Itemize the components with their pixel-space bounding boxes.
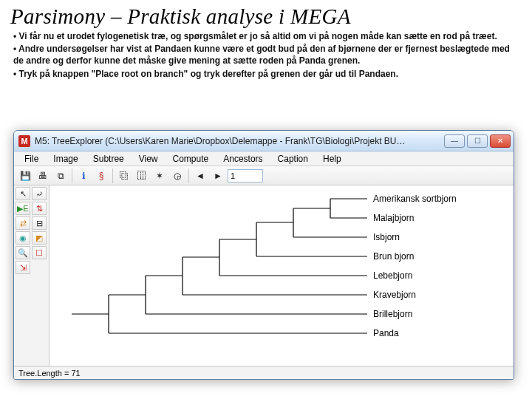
menu-image[interactable]: Image: [46, 152, 85, 166]
tree-radial-icon[interactable]: ✶: [151, 168, 168, 183]
highlight-tool-icon[interactable]: ◩: [32, 231, 47, 245]
menu-help[interactable]: Help: [316, 152, 349, 166]
leaf-label[interactable]: Amerikansk sortbjorn: [373, 194, 457, 204]
menu-ancestors[interactable]: Ancestors: [216, 152, 270, 166]
tree-canvas[interactable]: Amerikansk sortbjorn Malajbjorn Isbjorn …: [50, 185, 514, 366]
find-tool-icon[interactable]: 🔍: [16, 246, 30, 259]
arrow-tool-icon[interactable]: ↖: [16, 187, 30, 200]
prev-tree-icon[interactable]: ◄: [192, 168, 208, 183]
leaf-label[interactable]: Brun bjorn: [373, 251, 414, 262]
leaf-label[interactable]: Lebebjorn: [373, 270, 412, 281]
slide-body: • Vi får nu et urodet fylogenetisk træ, …: [0, 29, 532, 85]
save-icon[interactable]: 💾: [17, 168, 33, 183]
maximize-button[interactable]: ☐: [467, 134, 488, 148]
toolbar-separator: [72, 168, 72, 183]
root-tool-icon[interactable]: ▶E: [16, 202, 30, 215]
leaf-label[interactable]: Kravebjorn: [373, 290, 416, 300]
minimize-button[interactable]: —: [444, 134, 465, 148]
window-title: M5: TreeExplorer (C:\Users\Karen Marie\D…: [35, 136, 444, 146]
marker-tool-icon[interactable]: ◉: [16, 231, 30, 245]
flip-tool-icon[interactable]: ⇅: [32, 202, 47, 215]
slide-bullet: • Andre undersøgelser har vist at Pandae…: [13, 43, 519, 66]
cladogram-svg: [50, 185, 508, 355]
tree-circle-icon[interactable]: ◶: [169, 168, 185, 183]
swap-tool-icon[interactable]: ⇄: [16, 216, 30, 230]
menu-compute[interactable]: Compute: [166, 152, 216, 166]
info-icon[interactable]: ℹ: [75, 168, 92, 183]
leaf-label[interactable]: Brillebjorn: [373, 309, 412, 319]
rotate-tool-icon[interactable]: ⤾: [32, 187, 47, 200]
print-icon[interactable]: 🖶: [35, 168, 51, 183]
compress-tool-icon[interactable]: ⇲: [16, 261, 30, 274]
slide-title: Parsimony – Praktisk analyse i MEGA: [0, 0, 532, 29]
toolbar: 💾 🖶 ⧉ ℹ § ⿻ ⿲ ✶ ◶ ◄ ► 1: [14, 166, 514, 185]
tree-rectangular-icon[interactable]: ⿲: [134, 168, 150, 183]
slide-bullet: • Tryk på knappen "Place root on branch"…: [13, 68, 519, 80]
options-icon[interactable]: §: [93, 168, 109, 183]
menu-view[interactable]: View: [132, 152, 166, 166]
next-tree-icon[interactable]: ►: [210, 168, 226, 183]
collapse-tool-icon[interactable]: ⊟: [32, 216, 47, 230]
statusbar: Tree.Length = 71: [14, 366, 514, 379]
toolbar-separator: [112, 168, 113, 183]
menu-subtree[interactable]: Subtree: [86, 152, 132, 166]
slide-bullet: • Vi får nu et urodet fylogenetisk træ, …: [13, 30, 519, 42]
menubar: File Image Subtree View Compute Ancestor…: [14, 151, 514, 166]
leaf-label[interactable]: Isbjorn: [373, 232, 400, 242]
menu-file[interactable]: File: [17, 152, 46, 166]
toolbar-separator: [188, 168, 189, 183]
treeexplorer-window: M M5: TreeExplorer (C:\Users\Karen Marie…: [13, 130, 514, 380]
close-button[interactable]: ✕: [490, 134, 511, 148]
tree-topology-icon[interactable]: ⿻: [116, 168, 132, 183]
status-text: Tree.Length = 71: [18, 369, 81, 378]
titlebar[interactable]: M M5: TreeExplorer (C:\Users\Karen Marie…: [14, 131, 514, 151]
client-area: ↖ ⤾ ▶E ⇅ ⇄ ⊟ ◉ ◩ 🔍 ☐ ⇲: [14, 185, 514, 366]
tool-palette: ↖ ⤾ ▶E ⇅ ⇄ ⊟ ◉ ◩ 🔍 ☐ ⇲: [14, 185, 50, 366]
leaf-label[interactable]: Panda: [373, 328, 399, 338]
tree-number-field[interactable]: 1: [228, 169, 263, 183]
menu-caption[interactable]: Caption: [270, 152, 316, 166]
leaf-label[interactable]: Malajbjorn: [373, 213, 414, 223]
select-tool-icon[interactable]: ☐: [32, 246, 47, 259]
mega-app-icon: M: [18, 135, 30, 147]
copy-icon[interactable]: ⧉: [52, 168, 69, 183]
